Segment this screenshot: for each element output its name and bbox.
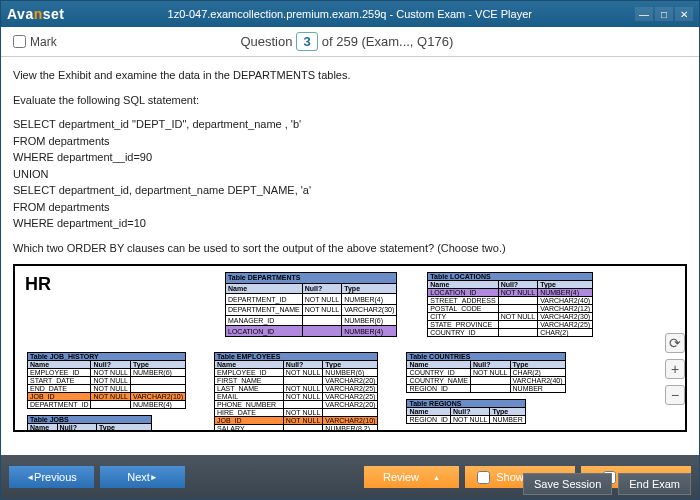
q-line: SELECT department_id "DEPT_ID", departme… [13, 116, 687, 133]
question-text: View the Exhibit and examine the data in… [13, 67, 687, 256]
table-countries: Table COUNTRIESNameNull?TypeCOUNTRY_IDNO… [406, 352, 565, 393]
question-word: Question [240, 34, 292, 49]
minimize-button[interactable]: — [635, 7, 653, 21]
table-locations: Table LOCATIONSNameNull?TypeLOCATION_IDN… [427, 272, 593, 337]
q-line: Which two ORDER BY clauses can be used t… [13, 240, 687, 257]
q-line: View the Exhibit and examine the data in… [13, 67, 687, 84]
q-line: UNION [13, 166, 687, 183]
previous-button[interactable]: Previous [9, 466, 94, 488]
mark-checkbox[interactable] [13, 35, 26, 48]
review-button[interactable]: Review [364, 466, 459, 488]
exhibit-diagram[interactable]: HR Table DEPARTMENTSNameNull?TypeDEPARTM… [13, 264, 687, 432]
col-right: Table COUNTRIESNameNull?TypeCOUNTRY_IDNO… [406, 352, 565, 432]
next-button[interactable]: Next [100, 466, 185, 488]
footer-row2: Save Session End Exam [523, 473, 691, 495]
logo-mid: n [34, 6, 43, 22]
q-line: FROM departments [13, 199, 687, 216]
col-left: Table JOB_HISTORYNameNull?TypeEMPLOYEE_I… [27, 352, 186, 432]
logo-post: set [43, 6, 65, 22]
table-employees: Table EMPLOYEESNameNull?TypeEMPLOYEE_IDN… [214, 352, 378, 432]
footer-wrap: Previous Next Review Show Answer Show Li… [1, 455, 699, 499]
save-session-button[interactable]: Save Session [523, 473, 612, 495]
zoom-out-button[interactable]: − [665, 385, 685, 405]
q-line: WHERE department__id=90 [13, 149, 687, 166]
table-job-history: Table JOB_HISTORYNameNull?TypeEMPLOYEE_I… [27, 352, 186, 409]
table-regions: Table REGIONSNameNull?TypeREGION_IDNOT N… [406, 399, 525, 424]
end-exam-button[interactable]: End Exam [618, 473, 691, 495]
question-indicator: Question 3 of 259 (Exam..., Q176) [240, 32, 453, 51]
table-jobs: Table JOBSNameNull?TypeJOB_IDNOT NULLVAR… [27, 415, 152, 432]
app-window: Avanset 1z0-047.examcollection.premium.e… [0, 0, 700, 500]
question-header: Mark Question 3 of 259 (Exam..., Q176) [1, 27, 699, 57]
zoom-reset-button[interactable]: ⟳ [665, 333, 685, 353]
window-controls: — □ ✕ [635, 7, 693, 21]
q-line: Evaluate the following SQL statement: [13, 92, 687, 109]
mark-label: Mark [30, 35, 57, 49]
zoom-controls: ⟳ + − [665, 333, 685, 405]
logo-pre: Ava [7, 6, 34, 22]
show-answer-checkbox[interactable] [477, 471, 490, 484]
content-area: View the Exhibit and examine the data in… [1, 57, 699, 455]
question-total: of 259 (Exam..., Q176) [322, 34, 454, 49]
q-line: FROM departments [13, 133, 687, 150]
tables-row-2: Table JOB_HISTORYNameNull?TypeEMPLOYEE_I… [27, 352, 566, 432]
titlebar: Avanset 1z0-047.examcollection.premium.e… [1, 1, 699, 27]
q-line: WHERE department_id=10 [13, 215, 687, 232]
maximize-button[interactable]: □ [655, 7, 673, 21]
question-number: 3 [296, 32, 317, 51]
tables-row-1: Table DEPARTMENTSNameNull?TypeDEPARTMENT… [225, 272, 593, 337]
sql-block: SELECT department_id "DEPT_ID", departme… [13, 116, 687, 232]
close-button[interactable]: ✕ [675, 7, 693, 21]
window-title: 1z0-047.examcollection.premium.exam.259q… [64, 8, 635, 20]
q-line: SELECT department_id, department_name DE… [13, 182, 687, 199]
logo: Avanset [7, 6, 64, 22]
zoom-in-button[interactable]: + [665, 359, 685, 379]
table-departments: Table DEPARTMENTSNameNull?TypeDEPARTMENT… [225, 272, 397, 337]
